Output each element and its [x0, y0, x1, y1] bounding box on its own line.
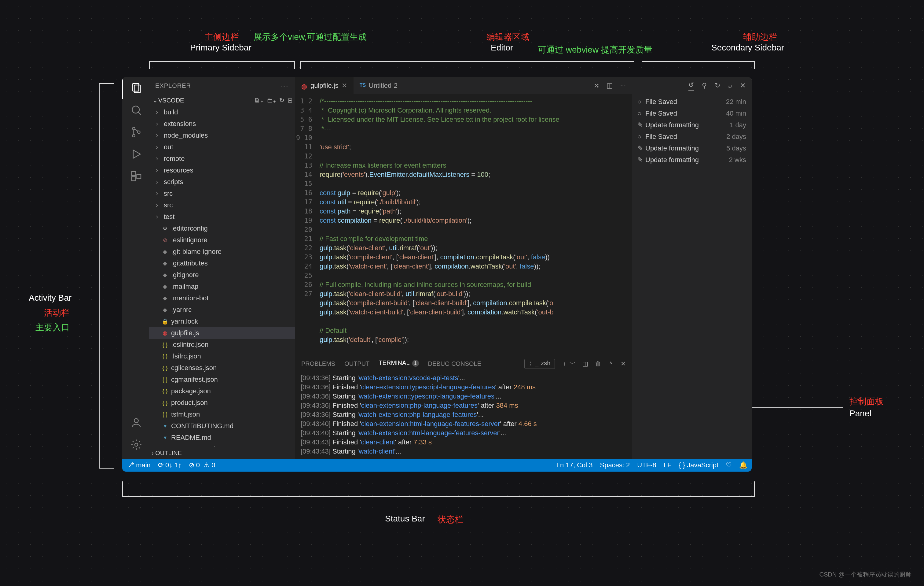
trash-icon[interactable]: 🗑	[595, 360, 601, 367]
item-label: scripts	[164, 178, 183, 186]
file-item[interactable]: ▾README.md	[149, 432, 295, 444]
status-branch[interactable]: ⎇ main	[127, 461, 151, 469]
new-folder-icon[interactable]: 🗀₊	[267, 97, 276, 104]
panel-close-icon[interactable]: ✕	[620, 360, 626, 367]
file-item[interactable]: ◆.mention-bot	[149, 292, 295, 304]
pin-icon[interactable]: ⚲	[702, 82, 707, 89]
code-area[interactable]: 1 2 3 4 5 6 7 8 9 10 11 12 13 14 15 16 1…	[295, 94, 632, 355]
activity-explorer[interactable]	[122, 77, 149, 99]
timeline-item[interactable]: ○File Saved40 min	[637, 108, 746, 119]
ann-panel-cn: 控制面板	[850, 396, 884, 407]
activity-run[interactable]	[122, 143, 149, 165]
panel-tab-problems[interactable]: PROBLEMS	[301, 360, 335, 367]
folder-item[interactable]: ›out	[149, 141, 295, 153]
ide-body: EXPLORER ··· ⌄ VSCODE 🗎₊ 🗀₊ ↻ ⊟ ›build›e…	[122, 77, 752, 459]
status-problems[interactable]: ⊘ 0 ⚠ 0	[189, 461, 215, 469]
timeline-item[interactable]: ○File Saved22 min	[637, 96, 746, 108]
folder-item[interactable]: ›extensions	[149, 118, 295, 130]
file-item[interactable]: ◆.yarnrc	[149, 304, 295, 316]
folder-item[interactable]: ›build	[149, 106, 295, 118]
file-item[interactable]: { }.lsifrc.json	[149, 351, 295, 362]
activity-account[interactable]	[122, 412, 149, 434]
history-icon[interactable]: ↺	[688, 81, 694, 91]
panel-tab-debugconsole[interactable]: DEBUG CONSOLE	[428, 360, 481, 367]
status-bell-icon[interactable]: 🔔	[739, 461, 747, 469]
add-terminal-icon[interactable]: ＋ ﹀	[562, 360, 576, 368]
file-icon: { }	[161, 364, 169, 372]
chevron-right-icon: ›	[156, 190, 161, 198]
file-item[interactable]: ⊘.eslintignore	[149, 234, 295, 246]
folder-item[interactable]: ›resources	[149, 164, 295, 176]
panel-tab-terminal-label: TERMINAL	[379, 359, 409, 366]
filter-icon[interactable]: ⌕	[728, 82, 732, 89]
svg-rect-10	[137, 175, 140, 179]
file-item[interactable]: { }.eslintrc.json	[149, 339, 295, 351]
status-spaces[interactable]: Spaces: 2	[600, 461, 630, 469]
folder-item[interactable]: ›node_modules	[149, 130, 295, 141]
code-content[interactable]: /*--------------------------------------…	[317, 94, 632, 355]
outline-label: OUTLINE	[155, 450, 182, 457]
file-item[interactable]: ▾CONTRIBUTING.md	[149, 420, 295, 432]
refresh-icon[interactable]: ↻	[715, 82, 720, 89]
file-item[interactable]: { }cglicenses.json	[149, 362, 295, 374]
file-item[interactable]: ◍gulpfile.js	[149, 327, 295, 339]
activity-extensions[interactable]	[122, 165, 149, 187]
status-feedback-icon[interactable]: ♡	[726, 461, 732, 469]
file-item[interactable]: ▾SECURITY.md	[149, 444, 295, 447]
status-eol[interactable]: LF	[664, 461, 672, 469]
file-item[interactable]: { }tsfmt.json	[149, 409, 295, 420]
panel-tab-output[interactable]: OUTPUT	[344, 360, 370, 367]
timeline-item[interactable]: ✎Update formatting5 days	[637, 142, 746, 154]
activity-bar	[122, 77, 149, 459]
terminal-output[interactable]: [09:43:36] Starting 'watch-extension:vsc…	[295, 372, 632, 459]
status-encoding[interactable]: UTF-8	[637, 461, 656, 469]
split-terminal-icon[interactable]: ◫	[582, 360, 588, 367]
close-sidebar-icon[interactable]: ✕	[740, 82, 746, 89]
file-item[interactable]: ⚙.editorconfig	[149, 223, 295, 234]
folder-item[interactable]: ›src	[149, 188, 295, 199]
folder-item[interactable]: ›remote	[149, 153, 295, 164]
status-cursor[interactable]: Ln 17, Col 3	[556, 461, 593, 469]
file-item[interactable]: { }product.json	[149, 397, 295, 409]
explorer-more-icon[interactable]: ···	[280, 82, 289, 89]
file-icon: ◆	[161, 260, 169, 267]
folder-item[interactable]: ›src	[149, 199, 295, 211]
item-label: .mention-bot	[171, 294, 208, 302]
item-label: src	[164, 201, 173, 209]
tab-more-icon[interactable]: ···	[620, 82, 626, 89]
file-item[interactable]: ◆.mailmap	[149, 281, 295, 292]
folder-header[interactable]: ⌄ VSCODE 🗎₊ 🗀₊ ↻ ⊟	[149, 94, 295, 106]
status-language[interactable]: { } JavaScript	[679, 461, 718, 469]
collapse-icon[interactable]: ⊟	[287, 97, 293, 104]
tab-untitled[interactable]: TS Untitled-2	[353, 77, 404, 94]
close-icon[interactable]: ✕	[342, 82, 347, 89]
file-item[interactable]: { }cgmanifest.json	[149, 374, 295, 386]
folder-item[interactable]: ›test	[149, 211, 295, 223]
file-icon: ▾	[161, 422, 169, 430]
folder-item[interactable]: ›scripts	[149, 176, 295, 188]
panel-maximize-icon[interactable]: ＾	[608, 360, 614, 368]
split-icon[interactable]: ◫	[607, 82, 613, 89]
status-sync[interactable]: ⟳ 0↓ 1↑	[158, 461, 182, 469]
file-item[interactable]: ◆.gitignore	[149, 269, 295, 281]
file-item[interactable]: { }package.json	[149, 386, 295, 397]
timeline-item[interactable]: ✎Update formatting1 day	[637, 119, 746, 131]
panel-tab-terminal[interactable]: TERMINAL1	[379, 359, 419, 368]
explorer-title: EXPLORER	[155, 82, 191, 89]
new-file-icon[interactable]: 🗎₊	[254, 97, 264, 104]
ann-status-cn: 状态栏	[437, 514, 463, 525]
file-item[interactable]: ◆.git-blame-ignore	[149, 246, 295, 258]
compare-icon[interactable]: ⤮	[594, 82, 599, 89]
activity-settings[interactable]	[122, 434, 149, 456]
file-item[interactable]: 🔒yarn.lock	[149, 316, 295, 327]
outline-section[interactable]: › OUTLINE	[149, 447, 295, 459]
shell-selector[interactable]: 〉_zsh	[524, 359, 555, 369]
timeline-item[interactable]: ✎Update formatting2 wks	[637, 154, 746, 166]
refresh-icon[interactable]: ↻	[279, 97, 284, 104]
timeline-item[interactable]: ○File Saved2 days	[637, 131, 746, 142]
tab-gulpfile[interactable]: ◍ gulpfile.js ✕	[295, 77, 353, 94]
activity-search[interactable]	[122, 99, 149, 121]
file-item[interactable]: ◆.gitattributes	[149, 258, 295, 269]
activity-scm[interactable]	[122, 121, 149, 143]
file-icon: { }	[161, 411, 169, 418]
